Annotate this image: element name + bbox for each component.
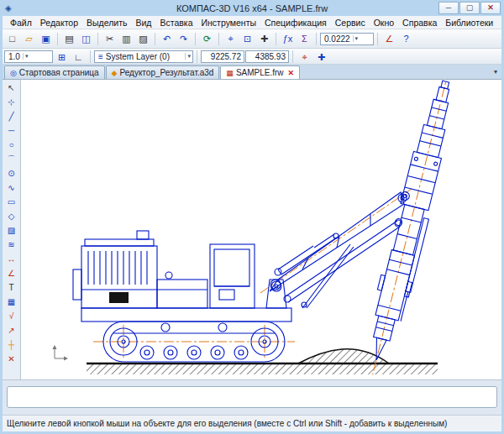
menu-item-service[interactable]: Сервис — [331, 18, 370, 28]
cursor-y-field[interactable]: 4385.93 — [245, 50, 289, 63]
toolbar-separator — [97, 33, 98, 45]
open-button[interactable]: ▱ — [21, 31, 37, 46]
linear-dimension-tool-button[interactable]: ↔ — [4, 253, 19, 266]
new-document-icon: □ — [9, 34, 15, 44]
minimize-button[interactable]: ─ — [438, 2, 459, 14]
drawing-canvas[interactable] — [21, 79, 501, 379]
fx-button[interactable]: ƒx — [280, 31, 296, 46]
menu-item-edit[interactable]: Редактор — [36, 18, 82, 28]
menu-item-window[interactable]: Окно — [370, 18, 398, 28]
chevron-down-icon: ▾ — [185, 53, 191, 60]
cut-button[interactable]: ✂ — [102, 31, 118, 46]
drill-rig-drawing — [21, 80, 501, 379]
layer-combo[interactable]: ≡ System Layer (0) ▾ — [94, 50, 193, 63]
ortho-toggle-button[interactable]: ∟ — [71, 50, 87, 63]
roughness-tool-button[interactable]: √ — [4, 310, 19, 323]
rectangle-tool-button[interactable]: ▭ — [4, 196, 19, 209]
menu-item-file[interactable]: Файл — [6, 18, 36, 28]
new-document-button[interactable]: □ — [4, 31, 20, 46]
paste-button[interactable]: ▨ — [135, 31, 151, 46]
grid-toggle-button[interactable]: ⊞ — [54, 50, 70, 63]
angle-measure-button[interactable]: ∠ — [381, 31, 397, 46]
cursor-cross-button[interactable]: ✚ — [313, 50, 329, 63]
arc-tool-button[interactable]: ⌒ — [4, 153, 19, 166]
toolbar-separator — [90, 50, 91, 63]
tab-label: Редуктор_Результат.a3d — [119, 68, 213, 77]
angle-measure-icon: ∠ — [386, 34, 394, 44]
view-toolbar: 1.0 ▾ ⊞ ∟ ≡ System Layer (0) ▾ 9225.72 4… — [3, 49, 501, 65]
preview-button[interactable]: ◫ — [78, 31, 94, 46]
help-icon: ? — [403, 34, 408, 44]
menu-item-tools[interactable]: Инструменты — [197, 18, 260, 28]
main-area: ↖ ⊹ ╱ ─ ○ ⌒ ⊙ ∿ ▭ ◇ ▨ ≋ ↔ ∠ T ▦ √ ↗ ┼ ✕ — [3, 79, 501, 379]
chevron-down-icon: ▾ — [353, 35, 359, 42]
point-tool-button[interactable]: ⊹ — [4, 96, 19, 109]
sum-icon: Σ — [302, 34, 307, 44]
tab-close-icon[interactable]: ✕ — [288, 69, 295, 77]
tab-label: Стартовая страница — [19, 68, 99, 77]
linear-dimension-tool-icon: ↔ — [8, 254, 16, 264]
step-value-combo[interactable]: 0.0222 ▾ — [320, 33, 374, 45]
property-bar-input[interactable] — [7, 386, 497, 408]
toolbar-separator — [218, 33, 219, 45]
hatch-tool-button[interactable]: ▨ — [4, 224, 19, 238]
compact-tool-panel: ↖ ⊹ ╱ ─ ○ ⌒ ⊙ ∿ ▭ ◇ ▨ ≋ ↔ ∠ T ▦ √ ↗ ┼ ✕ — [3, 79, 21, 379]
equidistant-tool-button[interactable]: ≋ — [4, 238, 19, 252]
copy-button[interactable]: ▥ — [118, 31, 134, 46]
tab-label: SAMPLE.frw — [236, 68, 284, 77]
cursor-x-field[interactable]: 9225.72 — [201, 50, 244, 63]
leader-tool-button[interactable]: ↗ — [4, 324, 19, 337]
menu-bar: Файл Редактор Выделить Вид Вставка Инстр… — [3, 16, 501, 29]
circle-tool-icon: ○ — [8, 140, 13, 149]
axis-tool-button[interactable]: ┼ — [4, 338, 19, 352]
property-bar — [3, 379, 501, 415]
menu-item-insert[interactable]: Вставка — [155, 18, 197, 28]
pan-button[interactable]: ✚ — [256, 31, 272, 46]
sum-button[interactable]: Σ — [297, 31, 312, 46]
tab-overflow-button[interactable]: ▾ — [494, 68, 497, 76]
text-tool-button[interactable]: T — [4, 281, 19, 295]
tab-reduktor-a3d[interactable]: ◆ Редуктор_Результат.a3d — [106, 65, 220, 79]
refresh-button[interactable]: ⟳ — [199, 31, 215, 46]
cursor-tool-button[interactable]: ↖ — [4, 81, 19, 95]
line-tool-icon: ─ — [8, 126, 14, 135]
trim-tool-icon: ✕ — [8, 354, 14, 363]
close-button[interactable]: ✕ — [480, 2, 501, 14]
angle-dimension-tool-button[interactable]: ∠ — [4, 267, 19, 280]
current-layer: System Layer (0) — [106, 52, 170, 61]
polygon-tool-button[interactable]: ◇ — [4, 210, 19, 223]
circle-tool-button[interactable]: ○ — [4, 139, 19, 152]
menu-item-libraries[interactable]: Библиотеки — [441, 18, 497, 28]
app-window: ◈ КОМПАС-3D V16 x64 - SAMPLE.frw ─ ▢ ✕ Ф… — [0, 0, 504, 434]
snap-button[interactable]: ⌖ — [297, 50, 312, 63]
menu-item-help[interactable]: Справка — [398, 18, 441, 28]
line-tool-button[interactable]: ─ — [4, 124, 19, 138]
help-button[interactable]: ? — [398, 31, 414, 46]
roughness-tool-icon: √ — [9, 311, 14, 321]
save-button[interactable]: ▣ — [38, 31, 54, 46]
toolbar-separator — [316, 33, 317, 45]
spline-tool-button[interactable]: ∿ — [4, 181, 19, 195]
menu-item-specification[interactable]: Спецификация — [260, 18, 331, 28]
menu-item-select[interactable]: Выделить — [82, 18, 131, 28]
undo-button[interactable]: ↶ — [159, 31, 175, 46]
maximize-button[interactable]: ▢ — [459, 2, 480, 14]
paste-icon: ▨ — [139, 34, 147, 44]
menu-item-view[interactable]: Вид — [131, 18, 155, 28]
table-tool-button[interactable]: ▦ — [4, 295, 19, 309]
redo-button[interactable]: ↷ — [176, 31, 192, 46]
toolbar-separator — [195, 33, 196, 45]
toolbar-separator — [377, 33, 378, 45]
print-button[interactable]: ▤ — [61, 31, 77, 46]
tab-sample-frw[interactable]: ▦ SAMPLE.frw ✕ — [220, 65, 300, 79]
cursor-y-value: 4385.93 — [255, 52, 286, 61]
ellipse-tool-button[interactable]: ⊙ — [4, 167, 19, 180]
aux-line-tool-icon: ╱ — [8, 112, 13, 121]
aux-line-tool-button[interactable]: ╱ — [4, 110, 19, 123]
trim-tool-button[interactable]: ✕ — [4, 353, 19, 366]
zoom-area-button[interactable]: ⌖ — [223, 31, 239, 46]
tab-start-page[interactable]: ◎ Стартовая страница — [4, 65, 105, 79]
arc-tool-icon: ⌒ — [8, 154, 16, 164]
zoom-combo[interactable]: 1.0 ▾ — [4, 50, 53, 63]
zoom-all-button[interactable]: ⊡ — [239, 31, 255, 46]
